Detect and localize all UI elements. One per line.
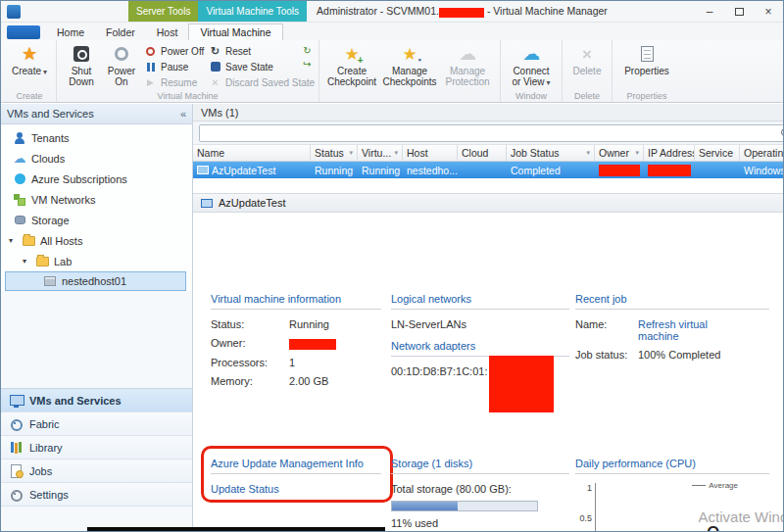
nav-label: VMs and Services — [29, 395, 122, 407]
transfer-mini-button[interactable]: ↪ — [300, 57, 315, 71]
discard-saved-state-button[interactable]: ×Discard Saved State — [206, 74, 300, 90]
tab-folder[interactable]: Folder — [95, 24, 146, 40]
chart-legend: Average — [692, 481, 738, 490]
pause-icon — [144, 61, 157, 73]
minimize-button[interactable]: – — [695, 1, 724, 22]
contextual-tab-virtual-machine-tools[interactable]: Virtual Machine Tools — [198, 1, 307, 22]
manage-protection-button[interactable]: ☁ Manage Protection — [439, 42, 496, 91]
azure-update-header: Azure Update Management Info — [211, 458, 381, 474]
power-off-button[interactable]: Power Off — [141, 43, 206, 59]
group-label-create: Create — [3, 91, 56, 102]
storage-icon — [13, 214, 26, 227]
nav-vms-and-services[interactable]: VMs and Services — [1, 389, 192, 412]
column-host[interactable]: Host — [403, 145, 458, 161]
create-button[interactable]: ★ Create▾ — [7, 42, 52, 91]
sidebar-item-nestedhost01[interactable]: nestedhost01 — [5, 271, 186, 291]
column-label: Owner — [599, 147, 629, 159]
ribbon-tab-row: Home Folder Host Virtual Machine — [1, 23, 783, 40]
sidebar-header: VMs and Services « — [1, 104, 192, 124]
refresh-mini-button[interactable]: ↻ — [300, 43, 315, 57]
cell-host: nestedho... — [403, 165, 458, 176]
vm-search-input[interactable] — [199, 124, 784, 142]
power-off-label: Power Off — [161, 46, 204, 57]
discard-saved-state-icon: × — [209, 76, 221, 89]
contextual-tab-server-tools[interactable]: Server Tools — [128, 1, 198, 22]
collapse-sidebar-icon[interactable]: « — [180, 108, 186, 120]
redaction-owner — [599, 165, 640, 176]
tree-item-label: Azure Subscriptions — [31, 173, 127, 185]
nav-label: Library — [29, 442, 63, 454]
expander-icon[interactable]: ▾ — [9, 236, 17, 245]
sidebar-item-clouds[interactable]: ☁Clouds — [1, 148, 192, 169]
search-icon[interactable] — [781, 128, 784, 138]
update-status-link[interactable]: Update Status — [211, 483, 381, 495]
sidebar-item-all-hosts[interactable]: ▾All Hosts — [1, 230, 192, 251]
reset-button[interactable]: ↻Reset — [206, 43, 300, 59]
mini-tools-column: ↻ ↪ — [300, 42, 315, 71]
window-title-suffix: - Virtual Machine Manager — [484, 5, 608, 17]
tree-item-label: Clouds — [31, 153, 65, 165]
sidebar-item-tenants[interactable]: Tenants — [1, 127, 192, 148]
settings-icon — [9, 488, 24, 502]
sidebar-item-lab[interactable]: ▾Lab — [1, 251, 192, 271]
nav-jobs[interactable]: Jobs — [1, 459, 192, 483]
column-cloud[interactable]: Cloud — [458, 145, 507, 161]
shut-down-button[interactable]: Shut Down — [61, 42, 102, 91]
search-box — [199, 124, 784, 142]
network-adapters-header: Network adapters — [391, 340, 569, 357]
delete-button[interactable]: × Delete — [566, 42, 608, 91]
column-service[interactable]: Service — [695, 145, 740, 161]
delete-icon: × — [582, 44, 592, 64]
maximize-icon — [735, 8, 744, 16]
power-off-icon — [144, 45, 157, 58]
backstage-button[interactable] — [7, 25, 40, 39]
pause-button[interactable]: Pause — [141, 59, 206, 74]
properties-button[interactable]: Properties — [616, 42, 677, 91]
column-label: Host — [407, 147, 428, 159]
app-icon[interactable] — [7, 5, 21, 19]
nav-settings[interactable]: Settings — [1, 483, 192, 507]
manage-checkpoints-button[interactable]: ★▪ Manage Checkpoints — [380, 42, 439, 91]
column-operating-system[interactable]: Operatin...▾ — [740, 145, 784, 161]
contextual-tab-groups: Server Tools Virtual Machine Tools — [128, 1, 307, 22]
create-checkpoint-button[interactable]: ★+ Create Checkpoint — [323, 42, 380, 91]
filter-arrow-icon: ▾ — [633, 149, 639, 157]
field-value: 100% Completed — [638, 349, 769, 361]
tab-virtual-machine[interactable]: Virtual Machine — [188, 24, 282, 40]
recent-job-link[interactable]: Refresh virtual machine — [638, 318, 732, 342]
column-virtual[interactable]: Virtu...▾ — [358, 145, 403, 161]
tab-home[interactable]: Home — [46, 24, 95, 40]
power-on-button[interactable]: Power On — [102, 42, 141, 91]
power-on-label: Power On — [105, 66, 138, 87]
sidebar: VMs and Services « Tenants ☁Clouds Azure… — [1, 104, 193, 531]
column-ip-address[interactable]: IP Address — [644, 145, 695, 161]
sidebar-item-vm-networks[interactable]: VM Networks — [1, 189, 192, 210]
expander-icon[interactable]: ▾ — [23, 257, 30, 266]
sidebar-item-azure-subscriptions[interactable]: Azure Subscriptions — [1, 169, 192, 189]
column-job-status[interactable]: Job Status▾ — [507, 145, 595, 161]
tree-item-label: Storage — [31, 215, 70, 226]
folder-icon — [22, 234, 35, 248]
connect-or-view-icon: ☁ — [522, 44, 540, 64]
connect-or-view-button[interactable]: ☁ Connect or View▾ — [505, 42, 558, 91]
create-checkpoint-label: Create Checkpoint — [326, 66, 377, 87]
sidebar-item-storage[interactable]: Storage — [1, 210, 192, 230]
column-status[interactable]: Status▾ — [311, 145, 358, 161]
save-state-button[interactable]: Save State — [206, 59, 300, 74]
close-button[interactable]: × — [754, 1, 783, 22]
tab-host[interactable]: Host — [146, 24, 189, 40]
resume-button[interactable]: ▶Resume — [141, 74, 206, 90]
nav-library[interactable]: Library — [1, 436, 192, 459]
tenants-icon — [13, 131, 26, 145]
create-icon: ★ — [22, 44, 37, 64]
field-label: Processors: — [211, 357, 289, 368]
vm-list-title-label: VMs (1) — [201, 107, 239, 119]
vm-table-row-azupdatetest[interactable]: AzUpdateTest Running Running nestedho...… — [193, 162, 784, 178]
cell-name: AzUpdateTest — [193, 165, 311, 176]
column-owner[interactable]: Owner▾ — [595, 145, 644, 161]
activation-watermark: Activate Wind — [699, 508, 784, 525]
details-title: AzUpdateTest — [219, 197, 285, 209]
maximize-button[interactable] — [724, 1, 754, 22]
nav-fabric[interactable]: Fabric — [1, 412, 192, 436]
column-name[interactable]: Name — [193, 145, 311, 161]
